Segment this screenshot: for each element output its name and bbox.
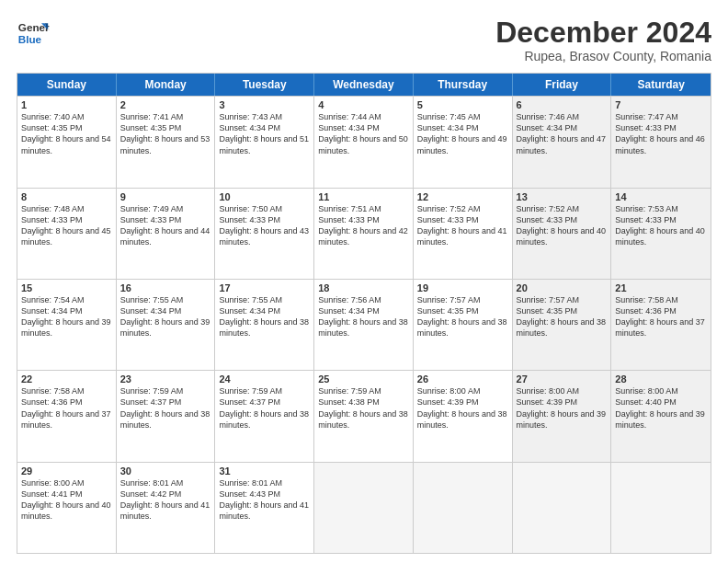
cell-info: Sunrise: 7:55 AMSunset: 4:34 PMDaylight:… xyxy=(120,294,211,339)
cal-cell: 16Sunrise: 7:55 AMSunset: 4:34 PMDayligh… xyxy=(117,280,216,370)
calendar-header: SundayMondayTuesdayWednesdayThursdayFrid… xyxy=(17,74,711,96)
day-number: 26 xyxy=(417,373,508,385)
cell-info: Sunrise: 7:49 AMSunset: 4:33 PMDaylight:… xyxy=(120,203,211,248)
cal-cell: 12Sunrise: 7:52 AMSunset: 4:33 PMDayligh… xyxy=(414,189,513,279)
day-number: 18 xyxy=(318,282,409,293)
cal-cell: 11Sunrise: 7:51 AMSunset: 4:33 PMDayligh… xyxy=(314,189,414,279)
day-number: 8 xyxy=(21,191,112,202)
cal-cell: 5Sunrise: 7:45 AMSunset: 4:34 PMDaylight… xyxy=(414,97,513,187)
day-number: 29 xyxy=(21,465,112,477)
cal-cell: 24Sunrise: 7:59 AMSunset: 4:37 PMDayligh… xyxy=(215,371,314,461)
svg-text:Blue: Blue xyxy=(18,33,42,45)
cal-cell: 29Sunrise: 8:00 AMSunset: 4:41 PMDayligh… xyxy=(17,463,117,553)
cell-info: Sunrise: 7:45 AMSunset: 4:34 PMDaylight:… xyxy=(417,111,508,156)
cell-info: Sunrise: 7:55 AMSunset: 4:34 PMDaylight:… xyxy=(219,294,310,339)
location: Rupea, Brasov County, Romania xyxy=(495,49,711,63)
cell-info: Sunrise: 8:01 AMSunset: 4:42 PMDaylight:… xyxy=(120,477,211,523)
week-row-1: 1Sunrise: 7:40 AMSunset: 4:35 PMDaylight… xyxy=(17,96,711,187)
day-number: 6 xyxy=(517,99,608,110)
cal-cell: 10Sunrise: 7:50 AMSunset: 4:33 PMDayligh… xyxy=(215,189,314,279)
cal-cell: 13Sunrise: 7:52 AMSunset: 4:33 PMDayligh… xyxy=(513,189,612,279)
day-number: 23 xyxy=(120,373,211,385)
cal-cell: 6Sunrise: 7:46 AMSunset: 4:34 PMDaylight… xyxy=(513,97,612,187)
cal-cell: 30Sunrise: 8:01 AMSunset: 4:42 PMDayligh… xyxy=(117,463,216,553)
cell-info: Sunrise: 8:00 AMSunset: 4:41 PMDaylight:… xyxy=(21,477,112,523)
day-number: 16 xyxy=(120,282,211,293)
cell-info: Sunrise: 7:51 AMSunset: 4:33 PMDaylight:… xyxy=(318,203,409,248)
cal-cell: 19Sunrise: 7:57 AMSunset: 4:35 PMDayligh… xyxy=(414,280,513,370)
week-row-3: 15Sunrise: 7:54 AMSunset: 4:34 PMDayligh… xyxy=(17,279,711,370)
cal-cell xyxy=(513,463,612,553)
cell-info: Sunrise: 7:52 AMSunset: 4:33 PMDaylight:… xyxy=(417,203,508,248)
cal-cell: 4Sunrise: 7:44 AMSunset: 4:34 PMDaylight… xyxy=(314,97,414,187)
cal-cell xyxy=(414,463,513,553)
header-day-tuesday: Tuesday xyxy=(215,74,314,96)
cal-cell: 23Sunrise: 7:59 AMSunset: 4:37 PMDayligh… xyxy=(117,371,216,461)
cell-info: Sunrise: 7:56 AMSunset: 4:34 PMDaylight:… xyxy=(318,294,409,339)
day-number: 13 xyxy=(517,191,608,202)
day-number: 4 xyxy=(318,99,409,110)
day-number: 30 xyxy=(120,465,211,477)
cell-info: Sunrise: 7:57 AMSunset: 4:35 PMDaylight:… xyxy=(417,294,508,339)
cal-cell: 28Sunrise: 8:00 AMSunset: 4:40 PMDayligh… xyxy=(611,371,711,461)
cell-info: Sunrise: 7:50 AMSunset: 4:33 PMDaylight:… xyxy=(219,203,310,248)
week-row-2: 8Sunrise: 7:48 AMSunset: 4:33 PMDaylight… xyxy=(17,188,711,279)
cal-cell: 25Sunrise: 7:59 AMSunset: 4:38 PMDayligh… xyxy=(314,371,414,461)
month-title: December 2024 xyxy=(495,17,711,49)
svg-text:General: General xyxy=(18,21,50,33)
logo: General Blue xyxy=(17,17,50,50)
cell-info: Sunrise: 7:58 AMSunset: 4:36 PMDaylight:… xyxy=(21,385,112,431)
day-number: 15 xyxy=(21,282,112,293)
cell-info: Sunrise: 7:59 AMSunset: 4:38 PMDaylight:… xyxy=(318,385,409,431)
cell-info: Sunrise: 7:58 AMSunset: 4:36 PMDaylight:… xyxy=(615,294,707,339)
day-number: 3 xyxy=(219,99,310,110)
cal-cell: 1Sunrise: 7:40 AMSunset: 4:35 PMDaylight… xyxy=(17,97,117,187)
cal-cell: 20Sunrise: 7:57 AMSunset: 4:35 PMDayligh… xyxy=(513,280,612,370)
cell-info: Sunrise: 7:44 AMSunset: 4:34 PMDaylight:… xyxy=(318,111,409,156)
header-day-thursday: Thursday xyxy=(414,74,513,96)
cal-cell: 7Sunrise: 7:47 AMSunset: 4:33 PMDaylight… xyxy=(611,97,711,187)
title-block: December 2024 Rupea, Brasov County, Roma… xyxy=(495,17,711,63)
page: General Blue December 2024 Rupea, Brasov… xyxy=(0,0,728,563)
cell-info: Sunrise: 7:41 AMSunset: 4:35 PMDaylight:… xyxy=(120,111,211,156)
cal-cell xyxy=(314,463,414,553)
cell-info: Sunrise: 8:01 AMSunset: 4:43 PMDaylight:… xyxy=(219,477,310,523)
cell-info: Sunrise: 7:57 AMSunset: 4:35 PMDaylight:… xyxy=(517,294,608,339)
calendar: SundayMondayTuesdayWednesdayThursdayFrid… xyxy=(17,73,711,554)
day-number: 20 xyxy=(517,282,608,293)
header-day-sunday: Sunday xyxy=(17,74,117,96)
day-number: 11 xyxy=(318,191,409,202)
cell-info: Sunrise: 7:52 AMSunset: 4:33 PMDaylight:… xyxy=(517,203,608,248)
day-number: 22 xyxy=(21,373,112,385)
week-row-4: 22Sunrise: 7:58 AMSunset: 4:36 PMDayligh… xyxy=(17,370,711,461)
cell-info: Sunrise: 7:46 AMSunset: 4:34 PMDaylight:… xyxy=(517,111,608,156)
week-row-5: 29Sunrise: 8:00 AMSunset: 4:41 PMDayligh… xyxy=(17,462,711,553)
day-number: 28 xyxy=(615,373,707,385)
day-number: 24 xyxy=(219,373,310,385)
cell-info: Sunrise: 7:53 AMSunset: 4:33 PMDaylight:… xyxy=(615,203,707,248)
header-day-wednesday: Wednesday xyxy=(314,74,414,96)
day-number: 19 xyxy=(417,282,508,293)
cal-cell: 27Sunrise: 8:00 AMSunset: 4:39 PMDayligh… xyxy=(513,371,612,461)
day-number: 14 xyxy=(615,191,707,202)
logo-icon: General Blue xyxy=(17,17,50,50)
cal-cell: 18Sunrise: 7:56 AMSunset: 4:34 PMDayligh… xyxy=(314,280,414,370)
cell-info: Sunrise: 8:00 AMSunset: 4:39 PMDaylight:… xyxy=(517,385,608,431)
calendar-body: 1Sunrise: 7:40 AMSunset: 4:35 PMDaylight… xyxy=(17,96,711,553)
cell-info: Sunrise: 7:40 AMSunset: 4:35 PMDaylight:… xyxy=(21,111,112,156)
day-number: 9 xyxy=(120,191,211,202)
cell-info: Sunrise: 7:59 AMSunset: 4:37 PMDaylight:… xyxy=(120,385,211,431)
header: General Blue December 2024 Rupea, Brasov… xyxy=(17,17,711,63)
day-number: 31 xyxy=(219,465,310,477)
day-number: 1 xyxy=(21,99,112,110)
cal-cell: 17Sunrise: 7:55 AMSunset: 4:34 PMDayligh… xyxy=(215,280,314,370)
cell-info: Sunrise: 7:54 AMSunset: 4:34 PMDaylight:… xyxy=(21,294,112,339)
cal-cell: 31Sunrise: 8:01 AMSunset: 4:43 PMDayligh… xyxy=(215,463,314,553)
cal-cell: 2Sunrise: 7:41 AMSunset: 4:35 PMDaylight… xyxy=(117,97,216,187)
day-number: 5 xyxy=(417,99,508,110)
day-number: 7 xyxy=(615,99,707,110)
day-number: 17 xyxy=(219,282,310,293)
cell-info: Sunrise: 7:47 AMSunset: 4:33 PMDaylight:… xyxy=(615,111,707,156)
day-number: 2 xyxy=(120,99,211,110)
day-number: 25 xyxy=(318,373,409,385)
